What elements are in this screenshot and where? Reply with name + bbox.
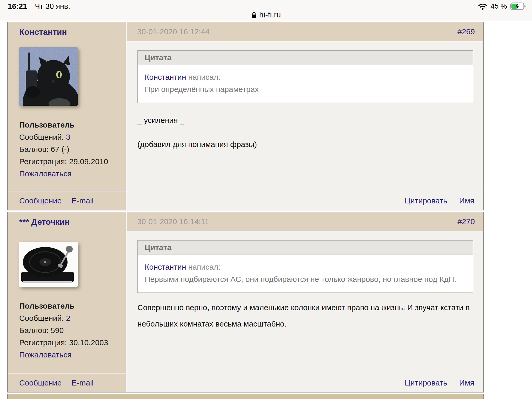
post-meta-cell: 30-01-2020 16:12:44 #269 (127, 22, 483, 42)
quote-title: Цитата (138, 241, 473, 255)
quote-body: Константин написал: При определённых пар… (138, 65, 473, 103)
footer-right-cell: Цитировать Имя (127, 373, 483, 392)
footer-left-cell: Сообщение E-mail (8, 373, 127, 392)
quote-post-link[interactable]: Цитировать (405, 378, 447, 387)
battery-charging-icon (510, 2, 526, 10)
next-post-header-partial (7, 394, 484, 399)
user-points: Баллов: 67 (-) (19, 143, 126, 155)
address-bar[interactable]: hi-fi.ru (0, 9, 532, 20)
messages-count-link[interactable]: 3 (66, 133, 70, 141)
quoted-text: Первыми подбираются АС, они подбираются … (145, 273, 466, 285)
post-author-link[interactable]: *** Деточкин (8, 217, 70, 227)
email-link[interactable]: E-mail (71, 378, 94, 387)
post-datetime: 30-01-2020 16:12:44 (137, 27, 210, 36)
private-message-link[interactable]: Сообщение (19, 196, 62, 205)
user-registration: Регистрация: 30.10.2003 (19, 336, 126, 349)
author-cell: Константин (8, 22, 127, 42)
messages-count-link[interactable]: 2 (66, 314, 70, 322)
reply-name-link[interactable]: Имя (459, 378, 474, 387)
footer-right-cell: Цитировать Имя (127, 191, 483, 210)
points-minus-link[interactable]: - (64, 145, 67, 154)
post-content-cell: Цитата Константин написал: Первыми подби… (127, 231, 483, 373)
post-author-link[interactable]: Константин (8, 27, 67, 37)
quote-author-link[interactable]: Константин (145, 73, 186, 81)
post-header-row: Константин 30-01-2020 16:12:44 #269 (8, 22, 483, 42)
private-message-link[interactable]: Сообщение (19, 378, 62, 387)
report-link[interactable]: Пожаловаться (19, 169, 71, 178)
user-info-cell: Пользователь Сообщений: 3 Баллов: 67 (-)… (8, 42, 127, 191)
quote-title: Цитата (138, 51, 473, 65)
site-domain: hi-fi.ru (259, 10, 281, 19)
post-number-link[interactable]: #269 (457, 27, 475, 36)
quote-body: Константин написал: Первыми подбираются … (138, 255, 473, 292)
user-messages: Сообщений: 3 (19, 131, 126, 143)
email-link[interactable]: E-mail (71, 196, 94, 205)
wifi-icon (478, 3, 487, 10)
quote-post-link[interactable]: Цитировать (405, 196, 447, 205)
user-details: Пользователь Сообщений: 3 Баллов: 67 (-)… (19, 119, 126, 180)
user-info-cell: Пользователь Сообщений: 2 Баллов: 590 Ре… (8, 231, 127, 373)
forum-post-269: Константин 30-01-2020 16:12:44 #269 (7, 22, 484, 210)
post-meta-cell: 30-01-2020 16:14:11 #270 (127, 212, 483, 231)
user-messages: Сообщений: 2 (19, 312, 126, 324)
user-rank: Пользователь (19, 300, 126, 312)
reply-name-link[interactable]: Имя (459, 196, 474, 205)
ipad-safari-screen: 16:21 Чт 30 янв. 45 % (0, 0, 532, 399)
post-footer-row: Сообщение E-mail Цитировать Имя (8, 191, 483, 210)
user-registration: Регистрация: 29.09.2010 (19, 155, 126, 168)
user-rank: Пользователь (19, 119, 126, 131)
lock-icon (251, 11, 257, 18)
safari-toolbar: 16:21 Чт 30 янв. 45 % (0, 0, 532, 21)
quote-author-link[interactable]: Константин (145, 263, 186, 271)
post-header-row: *** Деточкин 30-01-2020 16:14:11 #270 (8, 212, 483, 231)
forum-post-270: *** Деточкин 30-01-2020 16:14:11 #270 (7, 212, 484, 393)
user-avatar-turntable-image (19, 242, 78, 287)
footer-left-cell: Сообщение E-mail (8, 191, 127, 210)
forum-thread-page: Константин 30-01-2020 16:12:44 #269 (0, 21, 532, 399)
post-footer-row: Сообщение E-mail Цитировать Имя (8, 373, 483, 392)
post-content-cell: Цитата Константин написал: При определён… (127, 42, 483, 191)
post-text-line: _ усиления _ (137, 114, 473, 126)
post-body-row: Пользователь Сообщений: 3 Баллов: 67 (-)… (8, 42, 483, 191)
quote-block: Цитата Константин написал: При определён… (137, 50, 473, 103)
user-avatar-cat-image (19, 47, 78, 106)
post-text-line: Совершенно верно, поэтому и маленькие ко… (137, 299, 473, 332)
user-details: Пользователь Сообщений: 2 Баллов: 590 Ре… (19, 300, 126, 361)
user-points: Баллов: 590 (19, 324, 126, 336)
post-body-row: Пользователь Сообщений: 2 Баллов: 590 Ре… (8, 231, 483, 373)
author-cell: *** Деточкин (8, 212, 127, 231)
quote-block: Цитата Константин написал: Первыми подби… (137, 240, 473, 293)
post-datetime: 30-01-2020 16:14:11 (137, 217, 209, 226)
post-number-link[interactable]: #270 (457, 217, 475, 226)
quoted-text: При определённых параметрах (145, 83, 466, 95)
post-text-line: (добавил для понимания фразы) (137, 138, 473, 150)
report-link[interactable]: Пожаловаться (19, 350, 71, 359)
